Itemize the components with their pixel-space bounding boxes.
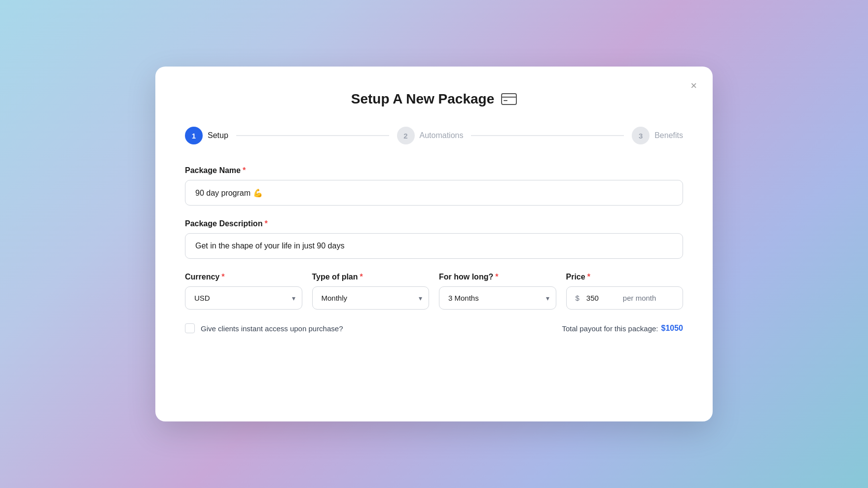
modal-title-row: Setup A New Package [185, 91, 683, 107]
total-payout: Total payout for this package: $1050 [562, 324, 683, 333]
step-3-label: Benefits [654, 131, 683, 140]
step-1-circle: 1 [185, 127, 203, 144]
step-line-2 [471, 135, 624, 136]
step-3: 3 Benefits [632, 127, 683, 144]
bottom-row: Give clients instant access upon purchas… [185, 323, 683, 333]
plan-type-label: Type of plan * [312, 273, 430, 281]
instant-access-text: Give clients instant access upon purchas… [201, 324, 343, 333]
currency-select[interactable]: USD EUR GBP CAD [185, 286, 302, 310]
price-input-wrapper: $ per month [566, 286, 684, 310]
svg-rect-0 [502, 94, 516, 105]
modal: × Setup A New Package 1 Setup [155, 67, 713, 421]
modal-overlay: × Setup A New Package 1 Setup [0, 0, 868, 488]
instant-access-label[interactable]: Give clients instant access upon purchas… [185, 323, 343, 333]
package-description-input[interactable] [185, 233, 683, 259]
step-2-label: Automations [420, 131, 464, 140]
step-line-1 [236, 135, 389, 136]
package-name-input[interactable] [185, 180, 683, 206]
price-field: Price * $ per month [566, 273, 684, 310]
currency-required: * [221, 273, 224, 281]
price-number-input[interactable] [584, 287, 619, 309]
total-payout-label: Total payout for this package: [562, 324, 658, 333]
duration-select[interactable]: 3 Months 1 Month 6 Months 12 Months [439, 286, 556, 310]
step-1-label: Setup [208, 131, 228, 140]
package-name-field: Package Name * [185, 166, 683, 206]
price-symbol: $ [567, 287, 584, 309]
instant-access-checkbox[interactable] [185, 323, 195, 333]
price-suffix: per month [619, 287, 665, 309]
price-required: * [587, 273, 590, 281]
duration-field: For how long? * 3 Months 1 Month 6 Month… [439, 273, 556, 310]
close-icon: × [690, 79, 697, 92]
stepper: 1 Setup 2 Automations 3 Benefits [185, 127, 683, 144]
currency-field: Currency * USD EUR GBP CAD ▾ [185, 273, 302, 310]
package-name-label: Package Name * [185, 166, 683, 175]
currency-label: Currency * [185, 273, 302, 281]
total-payout-amount: $1050 [661, 324, 684, 333]
duration-select-wrapper: 3 Months 1 Month 6 Months 12 Months ▾ [439, 286, 556, 310]
package-description-field: Package Description * [185, 219, 683, 259]
plan-type-required: * [360, 273, 363, 281]
currency-select-wrapper: USD EUR GBP CAD ▾ [185, 286, 302, 310]
options-row: Currency * USD EUR GBP CAD ▾ Type of pla… [185, 273, 683, 310]
step-1: 1 Setup [185, 127, 228, 144]
plan-type-select[interactable]: Monthly Weekly One-time [312, 286, 430, 310]
close-button[interactable]: × [688, 78, 699, 93]
plan-type-select-wrapper: Monthly Weekly One-time ▾ [312, 286, 430, 310]
package-description-required: * [264, 219, 267, 228]
step-2-circle: 2 [397, 127, 415, 144]
svg-rect-1 [502, 97, 516, 98]
package-description-label: Package Description * [185, 219, 683, 228]
package-icon [501, 93, 517, 105]
svg-rect-2 [504, 100, 507, 101]
step-3-circle: 3 [632, 127, 650, 144]
modal-title-text: Setup A New Package [351, 91, 494, 107]
package-name-required: * [243, 166, 246, 175]
duration-label: For how long? * [439, 273, 556, 281]
step-2: 2 Automations [397, 127, 464, 144]
plan-type-field: Type of plan * Monthly Weekly One-time ▾ [312, 273, 430, 310]
price-label: Price * [566, 273, 684, 281]
duration-required: * [495, 273, 498, 281]
